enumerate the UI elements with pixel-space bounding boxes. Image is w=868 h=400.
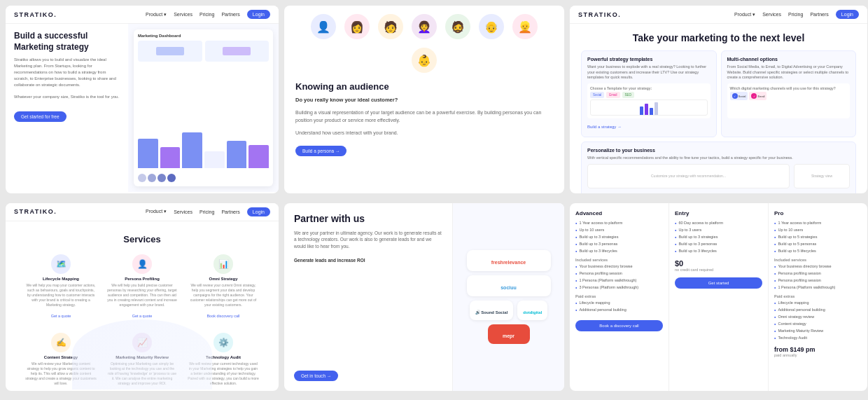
card-3-body: 👤 👩 🧑 👩‍🦱 🧔 👴 👱 (284, 6, 564, 193)
nav-1-links: Product ▾ Services Pricing Partners Logi… (146, 10, 270, 19)
adv-paid-1: Lifecycle mapping (575, 301, 663, 305)
person-icon-1: 👤 (316, 20, 330, 34)
fresh-logo-text: freshrelevance (491, 260, 526, 265)
mock-dashboard: Marketing Dashboard (134, 29, 273, 186)
pro-paid-4: Content strategy (774, 322, 862, 326)
strategy-card-2: Multi-channel options From Social Media,… (721, 50, 857, 137)
pro-feat-2: Up to 10 users (774, 228, 862, 233)
nav-5-product[interactable]: Product ▾ (734, 12, 755, 18)
omni-btn[interactable]: Book discovery call (206, 314, 239, 318)
tier-pro-name: Pro (774, 210, 862, 216)
partner-desc1: We are your partner in ultimate agency. … (294, 230, 442, 250)
pro-included-title: Included services (774, 258, 862, 262)
pro-paid-1: Lifecycle mapping (774, 301, 862, 305)
service-lifecycle: 🗺️ Lifecycle Mapping We will help you ma… (22, 250, 99, 324)
entry-cta-btn[interactable]: Get started (675, 277, 762, 289)
strategy-3-title: Personalize to your business (587, 148, 850, 153)
pro-price-sub: paid annually (774, 353, 862, 357)
partner-cta[interactable]: Get in touch → (294, 371, 338, 381)
nav-1: STRATIKO. Product ▾ Services Pricing Par… (6, 6, 279, 24)
audience-icon-8: 👶 (412, 48, 437, 73)
nav-1-pricing[interactable]: Pricing (200, 12, 214, 17)
partner-desc2: Generate leads and increase ROI (294, 257, 442, 264)
card-1-desc2: Whatever your company size, Stratiko is … (14, 94, 120, 100)
services-header: Services (22, 234, 262, 244)
card-1-cta[interactable]: Get started for free (14, 111, 66, 122)
nav-5-logo: STRATIKO. (578, 11, 621, 18)
pro-paid-5: Marketing Maturity Review (774, 329, 862, 333)
dotdigital-text: dotdigital (523, 310, 542, 315)
tier-entry-name: Entry (675, 210, 762, 216)
nav-2: STRATIKO. Product ▾ Services Pricing Par… (6, 203, 279, 221)
nav-2-pricing[interactable]: Pricing (200, 209, 214, 214)
audience-icon-2: 👩 (344, 14, 370, 39)
entry-feat-4: Build up to 3 personas (675, 242, 762, 247)
adv-cta-btn[interactable]: Book a discovery call (575, 320, 663, 331)
persona-btn[interactable]: Get a quote (132, 314, 153, 318)
entry-feat-1: 60 Day access to platform (675, 221, 762, 226)
strategy-2-desc: From Social Media, to Email, to Digital … (727, 64, 850, 81)
nav-5-partners[interactable]: Partners (810, 12, 828, 17)
service-omni: 📊 Omni Strategy We will review your curr… (185, 250, 262, 324)
partner-logo-sociuu: sociuu (467, 275, 551, 296)
card-5-title: Take your marketing to the next level (581, 32, 856, 43)
partner-left: Partner with us We are your partner in u… (284, 203, 452, 391)
nav-5-services[interactable]: Services (762, 12, 781, 17)
pro-inc-4: 1 Persona (Platform walkthrough) (774, 285, 862, 290)
pricing-entry: Entry 60 Day access to platform Up to 3 … (669, 203, 769, 391)
audience-icons-row: 👤 👩 🧑 👩‍🦱 🧔 👴 👱 (295, 14, 553, 73)
lifecycle-btn[interactable]: Get a quote (51, 314, 71, 318)
audience-icon-4: 👩‍🦱 (412, 14, 437, 39)
persona-title: Persona Profiling (106, 277, 178, 281)
card-1-left: Build a successful Marketing strategy St… (6, 24, 128, 192)
nav-1-product[interactable]: Product ▾ (146, 12, 167, 18)
card-1-title: Build a successful Marketing strategy (14, 31, 120, 53)
card-3-title: Knowing an audience (295, 81, 553, 92)
mock-avatar-row (138, 174, 269, 182)
adv-feat-5: Build up to 3 lifecycles (575, 249, 663, 254)
adv-inc-3: 1 Persona (Platform walkthrough) (575, 278, 663, 283)
sociuu-logo-text: sociuu (500, 285, 517, 290)
strategy-2-title: Multi-channel options (727, 57, 850, 62)
card-2-body: Services 🗺️ Lifecycle Mapping We will he… (6, 221, 279, 389)
audience-icon-7: 👱 (512, 14, 538, 39)
person-icon-4: 👩‍🦱 (417, 20, 431, 34)
pricing-layout: Advanced 1 Year access to platform Up to… (570, 203, 867, 391)
partner-logos-row2: 🔊 Sound Social dotdigital (470, 301, 548, 320)
nav-5-cta[interactable]: Login (836, 10, 859, 19)
strategy-card-3: Personalize to your business With vertic… (581, 142, 856, 193)
entry-feat-2: Up to 3 users (675, 228, 762, 233)
card-pricing: Advanced 1 Year access to platform Up to… (570, 203, 867, 391)
strategy-1-btn[interactable]: Build a strategy → (587, 125, 622, 129)
pricing-pro: Pro 1 Year access to platform Up to 10 u… (769, 203, 867, 391)
pro-price: from $149 pm (774, 346, 862, 353)
card-1-body: Build a successful Marketing strategy St… (6, 24, 279, 192)
card-marketing-right: STRATIKO. Product ▾ Services Pricing Par… (570, 6, 867, 193)
nav-1-services[interactable]: Services (174, 12, 192, 17)
content-icon: ✍️ (51, 333, 71, 352)
card-partner: Partner with us We are your partner in u… (284, 203, 564, 391)
person-icon-8: 👶 (417, 54, 431, 67)
partner-layout: Partner with us We are your partner in u… (284, 203, 564, 391)
partner-logo-dotdigital: dotdigital (517, 301, 547, 320)
nav-2-product[interactable]: Product ▾ (146, 209, 167, 214)
adv-feat-1: 1 Year access to platform (575, 221, 663, 226)
nav-2-services[interactable]: Services (174, 209, 192, 214)
nav-2-cta[interactable]: Login (247, 207, 270, 216)
pro-feat-3: Build up to 5 strategies (774, 235, 862, 240)
partner-logo-sound: 🔊 Sound Social (470, 301, 514, 320)
pro-inc-3: Persona profiling session (774, 278, 862, 283)
nav-5-pricing[interactable]: Pricing (788, 12, 803, 17)
person-icon-7: 👱 (518, 20, 532, 34)
strategy-1-visual: Choose a Template for your strategy: Soc… (587, 83, 710, 118)
nav-2-partners[interactable]: Partners (221, 209, 239, 214)
card-3-cta[interactable]: Build a persona → (295, 146, 346, 156)
person-icon-3: 🧑 (384, 20, 398, 34)
card-1-right: Marketing Dashboard (128, 24, 279, 192)
nav-1-cta[interactable]: Login (247, 10, 270, 19)
adv-paid-title: Paid extras (575, 294, 663, 298)
chart-bars (138, 126, 269, 168)
omni-icon: 📊 (214, 254, 233, 274)
adv-inc-4: 3 Personas (Platform walkthrough) (575, 285, 663, 290)
nav-1-partners[interactable]: Partners (221, 12, 239, 17)
